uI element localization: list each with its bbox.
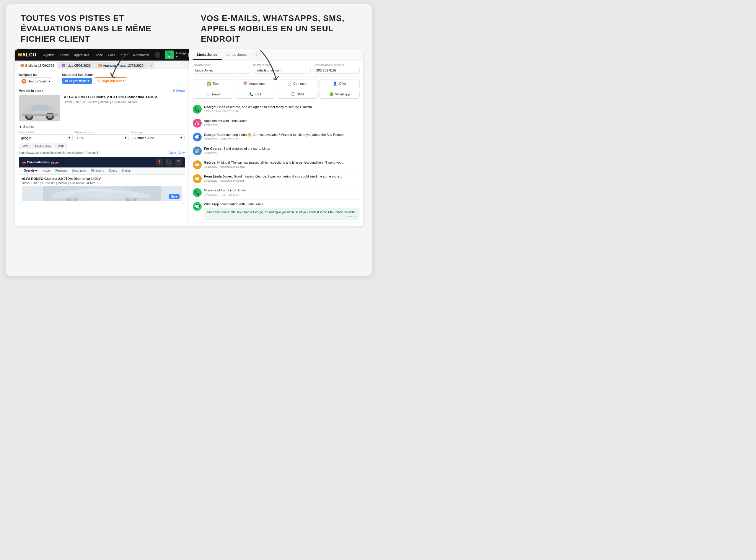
- feed-icon-sms-1: 💬: [193, 133, 202, 141]
- feed-content-task: For George: Send pictures of the car to …: [204, 146, 360, 155]
- email-button[interactable]: ✉️ Email: [193, 90, 233, 99]
- vehicle-spec: Diesel | 2012 | 91.841 km | Manual | $10…: [64, 100, 157, 104]
- wa-bubble-text: Good afternoon Linda, My name is George,…: [207, 211, 355, 214]
- feed-content-call-1: George: Linda called me, and we agreed t…: [204, 105, 360, 113]
- source-field-medium: Medium / How CPC ▾: [75, 131, 129, 141]
- panels-row: WALCU Agenda Leads Appraisals Stock Call…: [15, 49, 363, 226]
- email-icon: ✉️: [206, 92, 210, 97]
- feed-content-email-2: From Linda Jones: Good morning George, I…: [204, 174, 360, 182]
- website-tab-description[interactable]: Description: [69, 167, 89, 174]
- nav-search-input[interactable]: [155, 52, 160, 58]
- sms-button[interactable]: 💬 SMS: [277, 90, 318, 99]
- feed-icon-email-2: ✉️: [193, 174, 202, 183]
- website-content: ALFA ROMEO Giulietta 2.0 JTDm Distinctiv…: [19, 175, 185, 203]
- nav-stock[interactable]: Stock: [93, 53, 104, 57]
- feed-icon-email-1: ✉️: [193, 160, 202, 169]
- status-badge[interactable]: In negotiation ▾: [62, 78, 92, 84]
- vehicle-section: Vehicle in stock ⇄ Swap: [19, 88, 185, 121]
- comment-icon: 📄: [287, 81, 292, 86]
- tab-label-ibiza: Ibiza 05/06/2020: [66, 64, 90, 67]
- whatsapp-icon: 🟢: [329, 92, 334, 97]
- assigned-to-group: Assigned to: G George Smith ▾: [19, 73, 53, 85]
- source-field-who: Source / Who google ▾: [19, 131, 73, 141]
- wa-bubble-time: 12:46 ✓✓: [207, 215, 357, 218]
- feed-item-task: ✅ For George: Send pictures of the car t…: [193, 144, 360, 158]
- tab-ibiza[interactable]: B Ibiza 05/06/2020: [59, 62, 94, 69]
- website-preview: 🚗 Car-dealership 🚗🚗 📍 📞 ☰ Overview Histo…: [19, 157, 185, 203]
- feed-title-sms-1: George: Good morning Linda 🤗, Are you av…: [204, 133, 360, 137]
- source-who-select[interactable]: google ▾: [19, 134, 73, 141]
- contact-phone-label: Contact's phone numbers: [314, 63, 360, 66]
- tag-vdp[interactable]: VDP: [55, 143, 67, 149]
- task-button[interactable]: ✅ Task: [193, 79, 233, 88]
- contact-phone-input[interactable]: [314, 67, 360, 74]
- feed-content-whatsapp: WhatsApp conversation with Linda Jones G…: [204, 202, 360, 220]
- website-tab-overview[interactable]: Overview: [21, 167, 39, 174]
- website-tab-similar[interactable]: Similar: [119, 167, 133, 174]
- source-medium-select[interactable]: CPC ▾: [75, 134, 129, 141]
- swap-link[interactable]: ⇄ Swap: [173, 88, 185, 93]
- url-text: https://www.car-dealership.com/alfaromeo…: [19, 151, 167, 155]
- contact-tab-james[interactable]: James Jones: [222, 50, 251, 60]
- source-campaign-select[interactable]: Summer 2022 ▾: [131, 134, 185, 141]
- contact-tab-linda[interactable]: Linda Jones: [193, 50, 222, 60]
- source-campaign-chevron: ▾: [180, 136, 182, 140]
- tag-row: DMS Market data VDP: [19, 143, 185, 149]
- tab-add-button[interactable]: +: [148, 62, 155, 69]
- url-row: https://www.car-dealership.com/alfaromeo…: [19, 151, 185, 155]
- assignee-select[interactable]: G George Smith ▾: [19, 77, 53, 85]
- sale-badge: Sale: [169, 194, 180, 199]
- website-car-image: Sale: [22, 186, 182, 201]
- nav-leads[interactable]: Leads: [59, 53, 70, 57]
- tab-bar: G Giulietta 13/09/2022 B Ibiza 05/06/202…: [15, 61, 189, 69]
- nav-username: George ▾: [176, 52, 187, 59]
- nav-agenda[interactable]: Agenda: [42, 53, 56, 57]
- email-label: Email: [212, 93, 220, 96]
- call-button[interactable]: 📞 Call: [235, 90, 275, 99]
- feed-item-missed-call: 📞 Missed call from Linda Jones 04/10/202…: [193, 186, 360, 200]
- website-tab-financing[interactable]: Financing: [89, 167, 106, 174]
- vehicle-car-svg: [19, 95, 60, 121]
- feed-title-whatsapp: WhatsApp conversation with Linda Jones: [204, 202, 360, 206]
- heading-left: Toutes vos pistes etévaluations dans le …: [15, 13, 183, 44]
- open-url-button[interactable]: Open: [169, 151, 176, 155]
- whatsapp-button[interactable]: 🟢 Whatsapp: [319, 90, 360, 99]
- website-bar: 🚗 Car-dealership 🚗🚗 📍 📞 ☰: [19, 157, 185, 167]
- source-who-label: Source / Who: [19, 131, 73, 134]
- tab-dot-appraisal: G: [98, 64, 102, 67]
- feed-meta-task: 05/10/2022: [204, 152, 360, 155]
- feed-title-task: For George: Send pictures of the car to …: [204, 146, 360, 151]
- offer-button[interactable]: 👤 Offer: [319, 79, 360, 88]
- contact-name-input[interactable]: [193, 67, 250, 74]
- tag-market-data[interactable]: Market data: [33, 143, 54, 149]
- feed-meta-appointment: 12/10/2022: [204, 124, 360, 127]
- assignee-chevron: ▾: [49, 79, 50, 83]
- tab-giulietta[interactable]: G Giulietta 13/09/2022: [17, 62, 57, 69]
- vehicle-section-title: Vehicle in stock: [19, 89, 43, 93]
- website-bar-location[interactable]: 📍: [156, 159, 163, 166]
- website-bar-menu[interactable]: ☰: [175, 159, 182, 166]
- vehicle-image: [19, 95, 60, 121]
- left-panel: WALCU Agenda Leads Appraisals Stock Call…: [15, 49, 189, 226]
- assign-status-row: Assigned to: G George Smith ▾ Status and…: [19, 73, 185, 85]
- website-tabs: Overview History Features Description Fi…: [19, 167, 185, 175]
- feed-icon-call-1: 📞: [193, 105, 202, 114]
- task-icon: ✅: [206, 81, 211, 86]
- tag-dms[interactable]: DMS: [19, 143, 31, 149]
- content-area: Assigned to: G George Smith ▾ Status and…: [15, 69, 189, 208]
- nav-call-button[interactable]: 📞 ▾: [165, 51, 173, 59]
- website-bar-phone[interactable]: 📞: [165, 159, 172, 166]
- vehicle-name: ALFA ROMEO Giulietta 2.0 JTDm Distinctiv…: [64, 95, 157, 99]
- source-medium-chevron: ▾: [125, 136, 126, 140]
- feed-icon-missed-call: 📞: [193, 188, 202, 197]
- outer-card: Toutes vos pistes etévaluations dans le …: [6, 4, 372, 276]
- feed: 📞 George: Linda called me, and we agreed…: [189, 101, 364, 226]
- website-tab-specs[interactable]: Specs: [106, 167, 119, 174]
- vehicle-info: ALFA ROMEO Giulietta 2.0 JTDm Distinctiv…: [64, 95, 157, 104]
- copy-url-button[interactable]: Copy: [178, 151, 185, 155]
- website-tab-features[interactable]: Features: [53, 167, 69, 174]
- assigned-label: Assigned to:: [19, 73, 53, 77]
- nav-appraisals[interactable]: Appraisals: [73, 53, 91, 57]
- headings-row: Toutes vos pistes etévaluations dans le …: [15, 13, 363, 44]
- website-tab-history[interactable]: History: [39, 167, 53, 174]
